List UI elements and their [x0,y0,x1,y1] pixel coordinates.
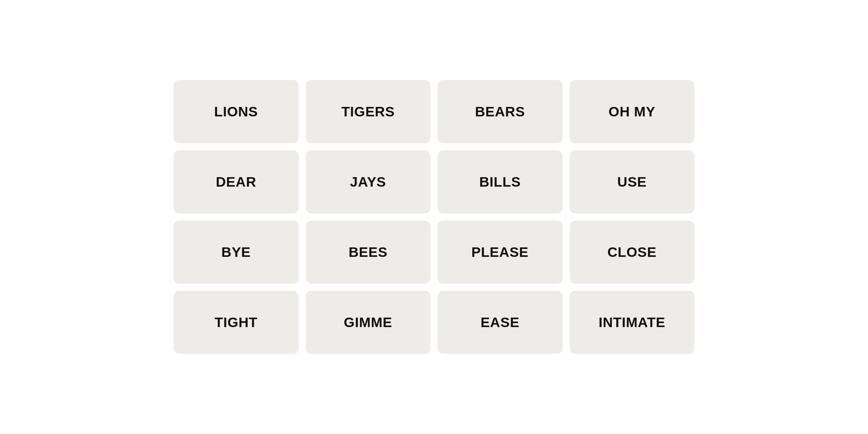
word-grid: LIONSTIGERSBEARSOH MYDEARJAYSBILLSUSEBYE… [158,64,710,370]
grid-item-dear[interactable]: DEAR [174,150,299,213]
grid-item-oh-my[interactable]: OH MY [570,80,695,143]
grid-label-bills: BILLS [479,174,521,190]
grid-label-jays: JAYS [350,174,386,190]
grid-label-tight: TIGHT [215,314,258,330]
grid-label-bears: BEARS [475,104,525,120]
grid-label-close: CLOSE [607,244,657,260]
grid-label-intimate: INTIMATE [599,314,665,330]
grid-label-tigers: TIGERS [341,104,395,120]
grid-label-oh-my: OH MY [608,104,655,120]
grid-item-ease[interactable]: EASE [438,291,563,354]
grid-label-lions: LIONS [214,104,258,120]
grid-item-tigers[interactable]: TIGERS [306,80,431,143]
grid-label-please: PLEASE [471,244,529,260]
grid-item-use[interactable]: USE [570,150,695,213]
grid-item-bye[interactable]: BYE [174,221,299,284]
grid-item-please[interactable]: PLEASE [438,221,563,284]
grid-item-bears[interactable]: BEARS [438,80,563,143]
grid-label-bees: BEES [348,244,387,260]
grid-item-gimme[interactable]: GIMME [306,291,431,354]
grid-item-tight[interactable]: TIGHT [174,291,299,354]
grid-item-intimate[interactable]: INTIMATE [570,291,695,354]
grid-item-lions[interactable]: LIONS [174,80,299,143]
grid-label-dear: DEAR [216,174,256,190]
grid-item-bees[interactable]: BEES [306,221,431,284]
grid-item-close[interactable]: CLOSE [570,221,695,284]
grid-label-use: USE [617,174,647,190]
grid-label-bye: BYE [221,244,251,260]
grid-label-gimme: GIMME [344,314,392,330]
grid-label-ease: EASE [481,314,520,330]
grid-item-jays[interactable]: JAYS [306,150,431,213]
grid-item-bills[interactable]: BILLS [438,150,563,213]
